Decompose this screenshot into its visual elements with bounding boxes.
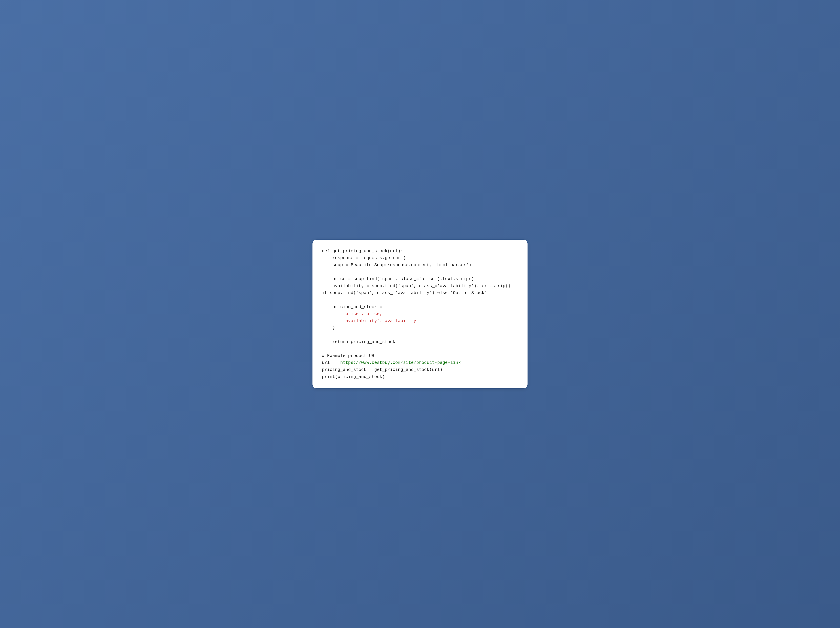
code-token: https://www.bestbuy.com/site/product-pag… (340, 360, 461, 365)
code-token (322, 318, 343, 323)
code-block: def get_pricing_and_stock(url): response… (322, 248, 518, 380)
code-token: print(pricing_and_stock) (322, 374, 385, 379)
code-token: availability = soup.find('span', class_=… (322, 283, 513, 296)
code-token: ' (461, 360, 464, 365)
code-token: 'availability': availability (343, 318, 416, 323)
code-token: response = requests.get(url) (322, 255, 406, 260)
code-token: pricing_and_stock = { (322, 304, 387, 310)
code-token: return pricing_and_stock (322, 339, 395, 345)
code-token: 'price': price, (343, 311, 382, 316)
code-token: def get_pricing_and_stock(url): (322, 249, 403, 253)
code-container: def get_pricing_and_stock(url): response… (313, 240, 527, 388)
code-token: soup = BeautifulSoup(response.content, '… (322, 263, 471, 268)
code-token: # Example product URL (322, 353, 377, 358)
code-token: } (322, 325, 335, 330)
code-token: price = soup.find('span', class_='price'… (322, 276, 474, 282)
code-token: pricing_and_stock = get_pricing_and_stoc… (322, 367, 442, 372)
code-token: url = ' (322, 360, 340, 365)
code-token (322, 311, 343, 316)
